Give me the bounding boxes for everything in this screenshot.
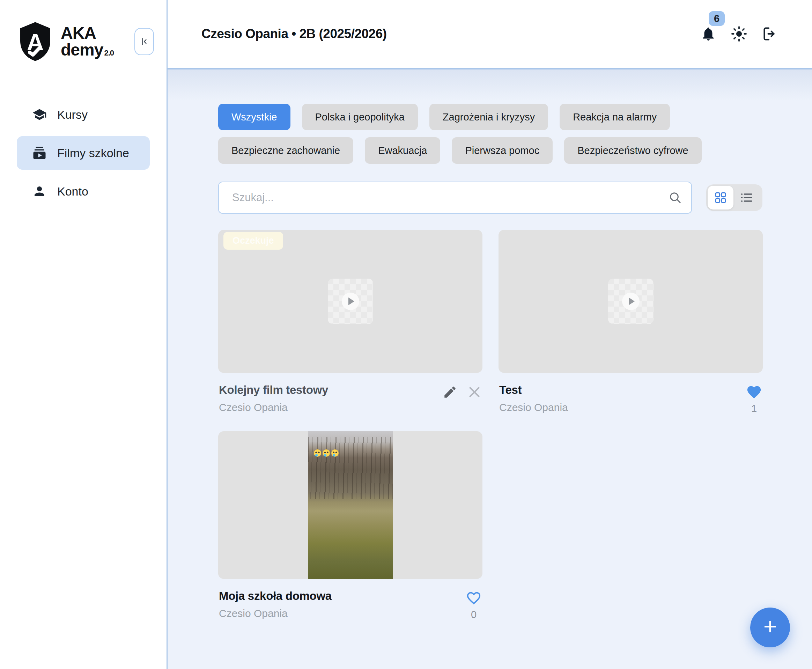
like-button[interactable] (466, 590, 482, 606)
video-title: Test (499, 383, 568, 397)
add-video-button[interactable]: + (750, 608, 790, 647)
search-input[interactable] (218, 182, 692, 214)
crying-emoji-icon (331, 449, 339, 457)
list-view-icon (739, 191, 753, 205)
video-library-icon (32, 146, 47, 160)
filter-chips-row-2: Bezpieczne zachowanie Ewakuacja Pierwsza… (218, 137, 762, 164)
sidebar-item-konto[interactable]: Konto (17, 175, 150, 208)
grid-view-icon (713, 191, 728, 205)
video-card-test: Test Czesio Opania 1 (498, 230, 763, 414)
app-root: A AKA demy 2.0 (0, 0, 812, 669)
sidebar-collapse-button[interactable] (134, 28, 154, 55)
search-box (218, 182, 692, 214)
like-count: 1 (751, 403, 757, 414)
filter-chip-polska-i-geopolityka[interactable]: Polska i geopolityka (302, 104, 418, 130)
status-badge: Oczekuje (223, 232, 283, 250)
edit-video-button[interactable] (443, 385, 457, 400)
video-card-moja-szkola-domowa: Moja szkoła domowa Czesio Opania 0 (218, 431, 482, 620)
video-placeholder (608, 279, 654, 324)
sidebar-nav: Kursy Filmy szkolne Konto (0, 98, 166, 208)
filter-chip-zagrozenia-i-kryzysy[interactable]: Zagrożenia i kryzysy (429, 104, 548, 130)
filter-chip-bezpieczenstwo-cyfrowe[interactable]: Bezpieczeństwo cyfrowe (564, 137, 702, 164)
brand-text: AKA demy 2.0 (61, 25, 114, 58)
sidebar-item-label: Konto (57, 185, 88, 198)
video-meta: Moja szkoła domowa Czesio Opania 0 (218, 589, 482, 620)
video-meta: Test Czesio Opania 1 (498, 383, 763, 414)
sidebar-item-label: Kursy (57, 108, 87, 121)
video-author: Czesio Opania (499, 402, 568, 414)
person-icon (32, 184, 47, 199)
video-thumbnail[interactable] (218, 431, 482, 579)
sun-icon (731, 26, 747, 42)
sidebar-header: A AKA demy 2.0 (0, 0, 166, 62)
logout-button[interactable] (762, 26, 777, 42)
sidebar-item-filmy-szkolne[interactable]: Filmy szkolne (17, 136, 150, 170)
brand-version: 2.0 (104, 49, 114, 58)
header-actions: 6 (700, 26, 777, 42)
pencil-icon (443, 385, 457, 400)
list-view-button[interactable] (733, 186, 759, 210)
sidebar-item-kursy[interactable]: Kursy (17, 98, 150, 131)
video-meta: Kolejny film testowy Czesio Opania (218, 383, 482, 414)
search-icon (668, 191, 682, 205)
video-preview-photo (308, 431, 393, 579)
bell-icon (700, 26, 716, 42)
page-title: Czesio Opania • 2B (2025/2026) (201, 27, 387, 41)
sidebar-item-label: Filmy szkolne (57, 146, 129, 160)
plus-icon: + (763, 615, 777, 638)
video-placeholder (328, 279, 373, 324)
play-icon (348, 298, 354, 305)
sidebar: A AKA demy 2.0 (0, 0, 168, 669)
logout-icon (762, 26, 777, 42)
filter-chip-reakcja-na-alarmy[interactable]: Reakcja na alarmy (560, 104, 670, 130)
filter-chip-wszystkie[interactable]: Wszystkie (218, 104, 290, 130)
view-toggle (706, 184, 762, 211)
video-card-kolejny-film-testowy: Oczekuje Kolejny film testowy Czesio Opa… (218, 230, 482, 414)
shield-logo-icon: A (17, 21, 53, 62)
delete-video-button[interactable] (467, 385, 482, 400)
heart-outline-icon (466, 590, 482, 606)
brand-line1: AKA (61, 25, 114, 42)
collapse-sidebar-icon (140, 37, 149, 46)
grid-view-button[interactable] (708, 186, 733, 210)
filter-chip-pierwsza-pomoc[interactable]: Pierwsza pomoc (452, 137, 553, 164)
filter-chips-row-1: Wszystkie Polska i geopolityka Zagrożeni… (218, 104, 762, 130)
filter-chip-bezpieczne-zachowanie[interactable]: Bezpieczne zachowanie (218, 137, 353, 164)
content-area: Wszystkie Polska i geopolityka Zagrożeni… (168, 69, 812, 669)
brand-line2: demy (61, 42, 103, 58)
crying-emoji-overlay (314, 449, 339, 457)
play-icon (629, 298, 635, 305)
crying-emoji-icon (322, 449, 330, 457)
theme-toggle-button[interactable] (731, 26, 747, 42)
akademy-logo: A AKA demy 2.0 (17, 21, 114, 62)
graduation-cap-icon (32, 107, 47, 122)
video-thumbnail[interactable] (498, 230, 763, 373)
notification-badge: 6 (709, 11, 725, 26)
video-author: Czesio Opania (219, 402, 328, 414)
search-row (218, 182, 762, 214)
like-count: 0 (471, 609, 476, 620)
crying-emoji-icon (314, 449, 321, 457)
main-area: Czesio Opania • 2B (2025/2026) 6 (168, 0, 812, 669)
video-title: Kolejny film testowy (219, 383, 328, 397)
video-grid: Oczekuje Kolejny film testowy Czesio Opa… (218, 230, 762, 620)
filter-chip-ewakuacja[interactable]: Ewakuacja (365, 137, 440, 164)
header: Czesio Opania • 2B (2025/2026) 6 (168, 0, 812, 69)
heart-filled-icon (746, 384, 762, 400)
video-author: Czesio Opania (219, 608, 332, 619)
close-icon (467, 385, 482, 400)
like-button[interactable] (746, 384, 762, 400)
notifications-button[interactable]: 6 (700, 26, 716, 42)
video-thumbnail[interactable]: Oczekuje (218, 230, 482, 373)
video-title: Moja szkoła domowa (219, 589, 332, 603)
